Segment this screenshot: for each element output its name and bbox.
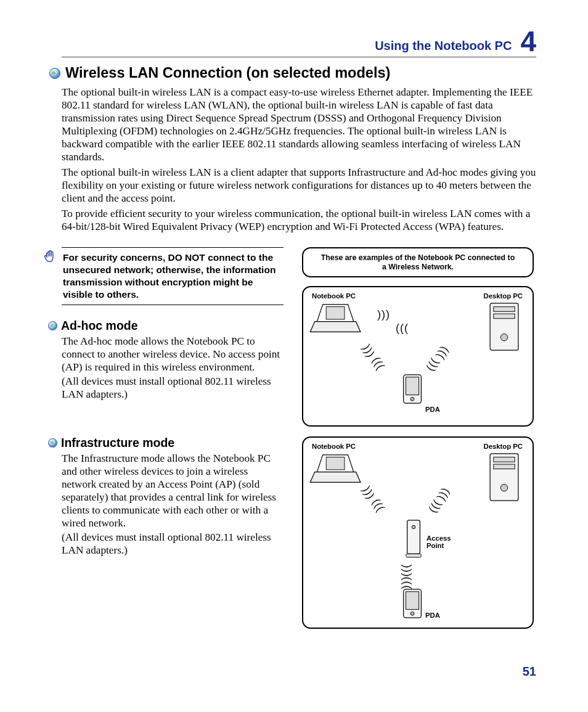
infrastructure-diagram: Notebook PC Desktop PC AccessPoint PDA [302, 436, 534, 629]
globe-icon [48, 321, 57, 330]
security-warning: For security concerns, DO NOT connect to… [62, 247, 284, 306]
label-notebook: Notebook PC [312, 292, 356, 300]
signal-waves-icon: ( ( ( [369, 497, 386, 513]
warning-text: For security concerns, DO NOT connect to… [63, 252, 276, 300]
desktop-tower-icon [487, 302, 521, 353]
signal-waves-icon: ) ) ) [433, 345, 450, 361]
svg-rect-8 [326, 457, 345, 470]
laptop-icon [309, 303, 362, 335]
signal-waves-icon: ) ) ) [377, 308, 388, 321]
access-point-icon [404, 518, 423, 559]
svg-rect-17 [406, 592, 419, 610]
pda-icon [402, 374, 423, 404]
main-heading-row: Wireless LAN Connection (on selected mod… [49, 65, 536, 81]
svg-rect-0 [326, 307, 345, 319]
infrastructure-section: Infrastructure mode The Infrastructure m… [62, 436, 284, 557]
svg-point-7 [410, 398, 414, 401]
signal-waves-icon: ) ) ) [359, 485, 376, 501]
intro-paragraph: The optional built-in wireless LAN is a … [62, 86, 536, 164]
svg-rect-11 [494, 464, 515, 469]
label-desktop: Desktop PC [484, 292, 523, 300]
signal-waves-icon: ( ( ( [401, 577, 414, 588]
label-desktop: Desktop PC [484, 443, 523, 450]
signal-waves-icon: ) ) ) [359, 343, 376, 359]
laptop-icon [309, 454, 362, 486]
adhoc-diagram: Notebook PC Desktop PC PDA [302, 286, 534, 427]
svg-point-4 [500, 334, 507, 341]
signal-waves-icon: ) ) ) [401, 565, 414, 576]
signal-waves-icon: ( ( ( [396, 322, 407, 335]
chapter-number: 4 [520, 27, 536, 55]
page-header: Using the Notebook PC 4 [62, 27, 536, 57]
infrastructure-note: (All devices must install optional 802.1… [62, 531, 284, 557]
adhoc-note: (All devices must install optional 802.1… [62, 375, 284, 401]
svg-point-12 [500, 485, 507, 491]
desktop-tower-icon [487, 452, 521, 503]
svg-rect-6 [406, 377, 419, 395]
label-access-point: AccessPoint [427, 535, 451, 550]
svg-point-15 [412, 526, 415, 530]
signal-waves-icon: ( ( ( [369, 355, 386, 371]
intro-paragraph: To provide efficient security to your wi… [62, 208, 536, 234]
label-notebook: Notebook PC [312, 443, 356, 450]
svg-rect-10 [494, 457, 515, 462]
svg-rect-3 [494, 314, 515, 319]
svg-rect-14 [406, 554, 422, 558]
signal-waves-icon: ( ( ( [423, 358, 440, 374]
page-number: 51 [523, 665, 536, 679]
globe-icon [48, 438, 57, 448]
label-pda: PDA [425, 612, 440, 619]
svg-rect-2 [494, 307, 515, 312]
svg-point-18 [410, 612, 414, 616]
adhoc-body: The Ad-hoc mode allows the Notebook PC t… [62, 335, 284, 374]
main-heading: Wireless LAN Connection (on selected mod… [65, 65, 390, 81]
adhoc-section: Ad-hoc mode The Ad-hoc mode allows the N… [62, 319, 284, 401]
intro-paragraph: The optional built-in wireless LAN is a … [62, 166, 536, 205]
signal-waves-icon: ) ) ) [435, 487, 451, 503]
infrastructure-heading: Infrastructure mode [61, 436, 174, 450]
infrastructure-body: The Infrastructure mode allows the Noteb… [62, 452, 284, 530]
header-section-title: Using the Notebook PC [375, 39, 512, 55]
globe-icon [49, 68, 60, 79]
adhoc-heading: Ad-hoc mode [61, 319, 138, 333]
diagram-caption: These are examples of the Notebook PC co… [302, 247, 534, 278]
label-pda: PDA [425, 406, 440, 413]
pda-icon [402, 588, 423, 619]
signal-waves-icon: ( ( ( [426, 499, 443, 515]
stop-hand-icon [43, 249, 57, 265]
